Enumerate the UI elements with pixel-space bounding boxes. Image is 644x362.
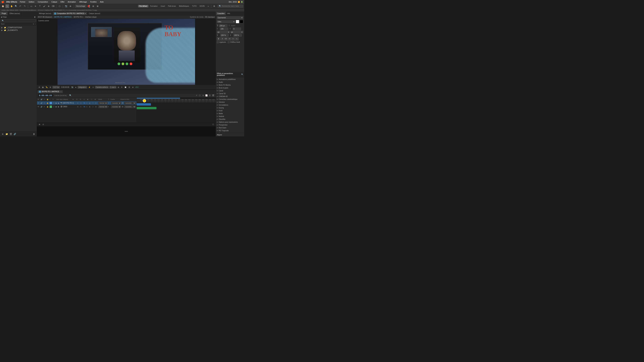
menu-edition[interactable]: Edition xyxy=(28,1,35,3)
accrochage-label[interactable]: Accrochage xyxy=(75,5,86,7)
zoom-dropdown[interactable]: 112 % ▾ xyxy=(52,86,60,88)
elements-folder[interactable]: ▶ 📁 _ELEMENTS xyxy=(0,29,37,31)
layer2-lock[interactable]: 🔒 xyxy=(46,106,49,108)
layer2-eye[interactable]: 👁 xyxy=(38,106,40,108)
layer1-expand[interactable]: ▶ xyxy=(56,102,58,104)
tl-foot-btn1[interactable]: ⊕ xyxy=(38,123,41,126)
vb-settings[interactable]: ⚙ xyxy=(38,86,41,88)
vb-fast-preview[interactable]: ⚡ xyxy=(88,86,91,88)
layer1-mode-arrow[interactable]: ▾ xyxy=(108,102,109,104)
timeline-ruler[interactable]: 02s04s06s08s10s12s14s16s18s20s22s24s26s2… xyxy=(137,99,216,103)
undo-btn[interactable]: ↶ xyxy=(18,4,22,8)
ws-tab-bibliotheques[interactable]: Bibliothèques xyxy=(178,5,190,7)
fill-swatch[interactable] xyxy=(236,20,239,23)
timeline-comp-tab[interactable]: SKYPE FD 1 MATRICE × xyxy=(38,90,63,93)
sort-icon[interactable]: ⬆ xyxy=(33,23,34,25)
layer1-sw5[interactable]: ⬡ xyxy=(92,102,95,104)
ctrl-btn-yellow[interactable] xyxy=(122,62,124,65)
right-tab-caractere[interactable]: Caractère xyxy=(216,12,226,15)
ws-tab-more[interactable]: » xyxy=(206,5,210,8)
tl-close[interactable]: × xyxy=(60,91,62,92)
brush-tool[interactable]: 🖌 xyxy=(42,4,46,8)
right-tab-info[interactable]: Info xyxy=(226,12,232,15)
vb-snapshot[interactable]: 📷 xyxy=(70,86,74,88)
layer2-sw1[interactable]: ⊕ xyxy=(77,106,80,108)
tl-render-btn[interactable]: 🎬 xyxy=(212,94,215,97)
layer2-solo[interactable]: ☀ xyxy=(44,106,46,108)
layer1-eye[interactable]: 👁 xyxy=(38,102,40,104)
layer1-sw1[interactable]: ⊕ xyxy=(77,102,80,104)
effect-redgiant[interactable]: ▶ Red Giant xyxy=(216,126,244,129)
menu-fichier[interactable]: Fichier xyxy=(19,1,26,3)
effect-correction[interactable]: ▶ Correction colorimétrique xyxy=(216,98,244,101)
effects-tab[interactable]: Effets (aucun) xyxy=(8,12,22,15)
auto-dropdown-arrow[interactable]: ▾ xyxy=(234,25,235,26)
ws-tab-default[interactable]: Par défaut xyxy=(138,5,148,7)
breadcrumb-item-3[interactable]: Interface skype xyxy=(85,16,96,18)
comp-tab-calque[interactable]: Calque (aucun) xyxy=(88,12,102,15)
breadcrumb-item-2[interactable]: SKYPE FD 1 xyxy=(74,16,83,18)
italic-btn[interactable]: T xyxy=(220,37,224,40)
new-comp-btn[interactable]: 🎬 xyxy=(9,132,12,136)
layer2-mode-arrow[interactable]: ▾ xyxy=(108,106,109,108)
new-item-btn[interactable]: ⊕ xyxy=(1,132,4,136)
ws-tab-petit-ecran[interactable]: Petit écran xyxy=(166,5,177,7)
ws-tab-formation[interactable]: Formation xyxy=(149,5,159,7)
extra-tool-1[interactable]: ⊞ xyxy=(92,4,95,8)
layer1-cache-select[interactable]: Aucun(e) xyxy=(111,102,121,104)
eraser-tool[interactable]: ⌫ xyxy=(51,4,55,8)
layer2-sw4[interactable]: ◐ xyxy=(89,106,92,108)
effect-keying[interactable]: ▶ Keying xyxy=(216,106,244,109)
layer1-lock[interactable]: 🔒 xyxy=(46,102,49,104)
metric-value-1[interactable]: 235 xyxy=(220,28,228,30)
puppet-tool[interactable]: ⬡ xyxy=(58,4,62,8)
effect-nettete[interactable]: ▶ Netteté xyxy=(216,115,244,118)
layer1-expand2[interactable]: ▶ xyxy=(58,102,60,104)
layer1-parent-select[interactable]: Aucun(e) xyxy=(124,102,136,104)
effect-rgtrapcode[interactable]: ▶ RG Trapcode xyxy=(216,129,244,132)
effect-options[interactable]: ▶ Options pour expressions xyxy=(216,121,244,123)
comp-tab-skype[interactable]: Composition SKYPE FD 1 MATRICE × xyxy=(53,12,87,15)
effect-perspective[interactable]: ▶ Perspective xyxy=(216,123,244,126)
search-input[interactable] xyxy=(222,5,242,7)
tl-select-btn[interactable]: ↗ xyxy=(195,94,198,97)
vb-safe[interactable]: ⊞ xyxy=(49,86,52,88)
anchor-tool[interactable]: ⊕ xyxy=(68,4,72,8)
quality-dropdown[interactable]: Intégrale ▾ xyxy=(78,86,87,88)
font-style-dropdown[interactable]: Ultra ▾ xyxy=(217,20,235,23)
layer1-sw2[interactable]: ⊡ xyxy=(80,102,83,104)
allcaps-btn[interactable]: TT xyxy=(224,37,228,40)
zoom-tool[interactable]: 🔍 xyxy=(14,4,18,8)
ctrl-btn-green2[interactable] xyxy=(126,62,128,65)
layer2-parent-select[interactable]: Aucun(e) xyxy=(124,105,136,108)
vb-extra1[interactable]: ⊞ xyxy=(117,86,120,88)
cam-tool[interactable]: 📷 xyxy=(64,4,68,8)
menu-aide[interactable]: Aide xyxy=(99,1,104,3)
redo-btn[interactable]: ↷ xyxy=(23,4,26,8)
vb-extra3[interactable]: 🔲 xyxy=(124,86,127,88)
rect-tool[interactable]: ▭ xyxy=(29,4,33,8)
camera-dropdown[interactable]: Caméra active ▾ xyxy=(95,86,109,88)
stamp-tool[interactable]: ⊕ xyxy=(47,4,50,8)
effect-cinema4d[interactable]: ▶ CINEMA 4D xyxy=(216,95,244,98)
menu-composition[interactable]: Composition xyxy=(37,1,49,3)
breadcrumb-item-1[interactable]: SKYPE FD 1 MATRICE xyxy=(54,16,72,18)
delete-btn[interactable]: 🗑 xyxy=(32,132,36,136)
layer2-cache-select[interactable]: Aucun(e) xyxy=(111,105,121,108)
settings-icon[interactable]: ⚙ xyxy=(212,4,216,8)
unit-dropdown[interactable]: px ▾ xyxy=(217,31,230,33)
vb-show-channel[interactable]: ● xyxy=(75,86,77,88)
ws-tab-usuel[interactable]: Usuel xyxy=(159,5,166,7)
effect-matte[interactable]: ▶ Matte xyxy=(216,112,244,115)
vb-reset[interactable]: ⊕ xyxy=(132,86,134,88)
views-dropdown[interactable]: 1 vue ▾ xyxy=(109,86,116,88)
layer2-sw5[interactable]: ⬡ xyxy=(92,106,95,108)
tl-foot-expand[interactable]: ⬡ xyxy=(212,123,215,126)
layer1-sw4[interactable]: ◐ xyxy=(89,102,92,104)
ctrl-btn-green1[interactable] xyxy=(118,62,120,65)
superscript-btn[interactable]: T↑ xyxy=(232,37,235,40)
effect-animations[interactable]: ▶ Animations prédéfinies xyxy=(216,78,244,81)
magnet-icon[interactable]: 🧲 xyxy=(87,4,91,8)
pen-tool[interactable]: ✒ xyxy=(34,4,38,8)
bold-btn[interactable]: T xyxy=(217,37,220,40)
